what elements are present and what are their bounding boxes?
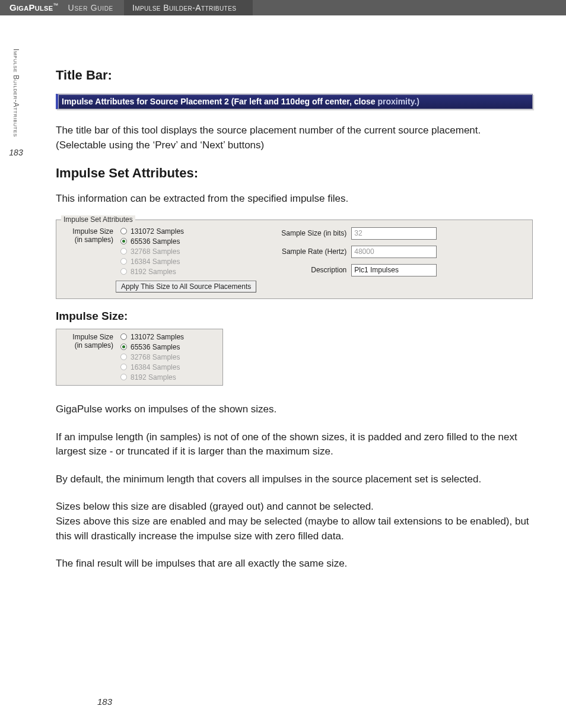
apply-size-button[interactable]: Apply This Size to All Source Placements bbox=[116, 281, 256, 293]
radio2-16384: 16384 Samples bbox=[120, 363, 184, 371]
radio-icon bbox=[120, 354, 127, 360]
attribute-fields: Sample Size (in bits) 32 Sample Rate (He… bbox=[281, 227, 437, 276]
impulse-size-p2: If an impulse length (in samples) is not… bbox=[56, 430, 533, 459]
radio-8192: 8192 Samples bbox=[120, 268, 256, 276]
radio-icon bbox=[120, 344, 127, 350]
document-page: GigaPulse™ User Guide Impulse Builder-At… bbox=[0, 0, 566, 728]
impulse-size-p3: By default, the minimum length that cove… bbox=[56, 472, 533, 487]
page-body: Title Bar: Impulse Attributes for Source… bbox=[56, 15, 533, 571]
radio-icon bbox=[120, 238, 127, 244]
gutter-section-label: Impulse Builder-Attributes bbox=[12, 49, 20, 137]
title-bar-screenshot: Impulse Attributes for Source Placement … bbox=[56, 94, 533, 109]
impulse-size-label-sub: (in samples) bbox=[62, 341, 113, 349]
impulse-size-label: Impulse Size bbox=[62, 227, 113, 236]
radio-icon bbox=[120, 248, 127, 255]
impulse-size-label: Impulse Size bbox=[62, 333, 113, 341]
doc-crumb-label: Impulse Builder-Attributes bbox=[124, 0, 253, 15]
radio-131072[interactable]: 131072 Samples bbox=[120, 227, 256, 236]
doc-section-label: User Guide bbox=[63, 0, 124, 15]
doc-header: GigaPulse™ User Guide Impulse Builder-At… bbox=[0, 0, 566, 15]
sample-rate-label: Sample Rate (Hertz) bbox=[281, 247, 346, 256]
heading-impulse-set-attributes: Impulse Set Attributes: bbox=[56, 166, 533, 181]
radio-16384: 16384 Samples bbox=[120, 257, 256, 266]
radio-65536[interactable]: 65536 Samples bbox=[120, 237, 256, 246]
radio-icon bbox=[120, 228, 127, 234]
radio-icon bbox=[120, 364, 127, 370]
radio-icon bbox=[120, 258, 127, 265]
brand-text: GigaPulse bbox=[9, 2, 53, 12]
description-label: Description bbox=[281, 266, 346, 274]
page-gutter: Impulse Builder-Attributes 183 bbox=[0, 15, 32, 728]
radio-32768: 32768 Samples bbox=[120, 247, 256, 256]
sample-size-label: Sample Size (in bits) bbox=[281, 229, 346, 237]
groupbox-legend: Impulse Set Attributes bbox=[61, 215, 135, 224]
impulse-size-p1: GigaPulse works on impulses of the shown… bbox=[56, 402, 533, 417]
radio-icon bbox=[120, 374, 127, 380]
title-bar-desc: The title bar of this tool displays the … bbox=[56, 123, 533, 152]
brand-label: GigaPulse™ bbox=[0, 0, 63, 15]
title-bar-text-faded: proximity.) bbox=[377, 97, 419, 106]
impulse-size-groupbox: Impulse Size (in samples) 131072 Samples… bbox=[56, 329, 223, 386]
trademark-icon: ™ bbox=[53, 2, 58, 8]
description-field[interactable]: Plc1 Impulses bbox=[351, 264, 437, 276]
heading-title-bar: Title Bar: bbox=[56, 68, 533, 83]
impulse-set-attributes-groupbox: Impulse Set Attributes Impulse Size (in … bbox=[56, 220, 533, 299]
gutter-page-number: 183 bbox=[9, 148, 23, 157]
radio2-32768: 32768 Samples bbox=[120, 353, 184, 361]
sample-rate-field[interactable]: 48000 bbox=[351, 246, 437, 258]
radio-icon bbox=[120, 268, 127, 275]
heading-impulse-size: Impulse Size: bbox=[56, 310, 533, 323]
impulse-set-intro: This information can be extracted from t… bbox=[56, 192, 533, 206]
impulse-size-p4a: Sizes below this size are disabled (gray… bbox=[56, 500, 533, 514]
sample-size-field[interactable]: 32 bbox=[351, 227, 437, 240]
radio-icon bbox=[120, 333, 127, 340]
impulse-size-radiogroup: 131072 Samples 65536 Samples 32768 Sampl… bbox=[120, 227, 256, 276]
title-bar-text: Impulse Attributes for Source Placement … bbox=[62, 97, 377, 106]
impulse-size-p4b: Sizes above this size are enabled and ma… bbox=[56, 514, 533, 543]
footer-page-number: 183 bbox=[97, 697, 112, 707]
impulse-size-p5: The final result will be impulses that a… bbox=[56, 557, 533, 571]
radio2-8192: 8192 Samples bbox=[120, 373, 184, 382]
radio2-65536[interactable]: 65536 Samples bbox=[120, 343, 184, 351]
radio2-131072[interactable]: 131072 Samples bbox=[120, 333, 184, 341]
impulse-size-label-sub: (in samples) bbox=[62, 236, 113, 244]
impulse-size-radiogroup-2: 131072 Samples 65536 Samples 32768 Sampl… bbox=[120, 333, 184, 382]
